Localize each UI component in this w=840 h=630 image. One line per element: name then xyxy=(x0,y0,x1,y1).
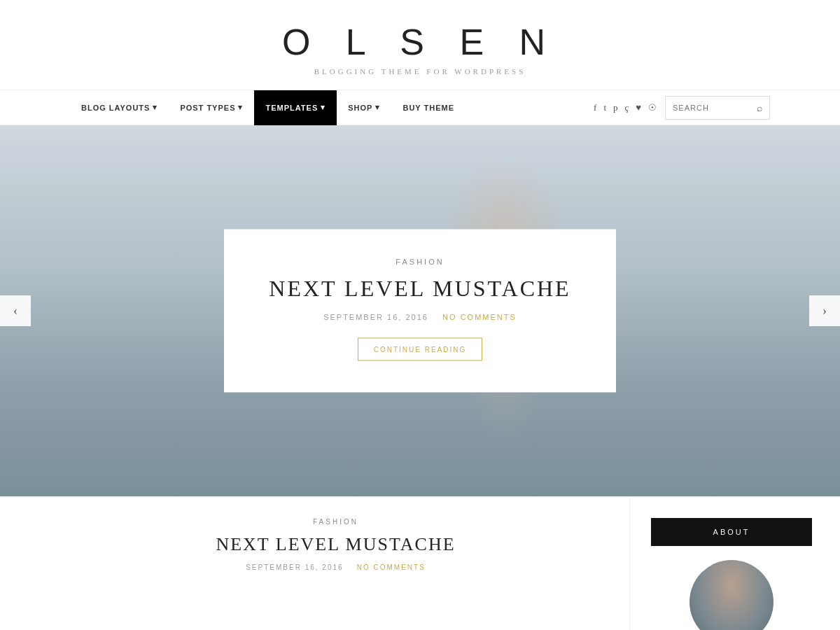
site-title: O L S E N xyxy=(14,21,826,63)
chevron-down-icon: ▾ xyxy=(375,103,380,112)
avatar-image xyxy=(690,560,774,630)
slider-prev-button[interactable]: ‹ xyxy=(0,295,31,326)
post-date: SEPTEMBER 16, 2016 xyxy=(246,564,343,571)
nav-templates[interactable]: TEMPLATES ▾ xyxy=(254,90,337,125)
continue-reading-button[interactable]: CONTINUE READING xyxy=(358,338,483,361)
about-widget-title: ABOUT xyxy=(651,518,812,546)
hero-title: NEXT LEVEL MUSTACHE xyxy=(266,276,574,302)
nav-right: f t p ç ♥ ☉ ⌕ xyxy=(594,96,770,120)
main-nav: BLOG LAYOUTS ▾ POST TYPES ▾ TEMPLATES ▾ … xyxy=(0,90,840,125)
hero-comments-link[interactable]: NO COMMENTS xyxy=(442,313,517,321)
nav-blog-layouts[interactable]: BLOG LAYOUTS ▾ xyxy=(70,90,169,125)
nav-links: BLOG LAYOUTS ▾ POST TYPES ▾ TEMPLATES ▾ … xyxy=(70,90,465,125)
nav-buy-theme[interactable]: BUY THEME xyxy=(391,90,465,125)
sidebar: ABOUT xyxy=(630,497,840,630)
post-meta: SEPTEMBER 16, 2016 NO COMMENTS xyxy=(70,564,601,571)
hero-date: SEPTEMBER 16, 2016 xyxy=(323,313,428,321)
search-button[interactable]: ⌕ xyxy=(757,102,762,113)
chevron-down-icon: ▾ xyxy=(238,103,243,112)
main-content: FASHION NEXT LEVEL MUSTACHE SEPTEMBER 16… xyxy=(0,497,630,630)
heart-icon[interactable]: ♥ xyxy=(636,102,641,113)
hero-card: FASHION NEXT LEVEL MUSTACHE SEPTEMBER 16… xyxy=(224,230,616,393)
hero-slider: FASHION NEXT LEVEL MUSTACHE SEPTEMBER 16… xyxy=(0,125,840,496)
post-comments-link[interactable]: NO COMMENTS xyxy=(357,564,426,571)
pinterest-icon[interactable]: p xyxy=(613,102,618,113)
hero-category: FASHION xyxy=(266,258,574,266)
social-icons: f t p ç ♥ ☉ xyxy=(594,102,657,113)
site-tagline: BLOGGING THEME FOR WORDPRESS xyxy=(14,67,826,76)
about-avatar xyxy=(690,560,774,630)
post-title[interactable]: NEXT LEVEL MUSTACHE xyxy=(70,534,601,555)
nav-post-types[interactable]: POST TYPES ▾ xyxy=(169,90,254,125)
search-input[interactable] xyxy=(673,104,757,112)
twitter-icon[interactable]: t xyxy=(603,102,606,113)
search-box: ⌕ xyxy=(665,96,770,120)
post-category: FASHION xyxy=(70,518,601,526)
facebook-icon[interactable]: f xyxy=(594,102,596,113)
nav-shop[interactable]: SHOP ▾ xyxy=(337,90,391,125)
rss-icon[interactable]: ☉ xyxy=(648,102,657,113)
slider-next-button[interactable]: › xyxy=(809,295,840,326)
about-widget: ABOUT xyxy=(651,518,812,630)
post-card: FASHION NEXT LEVEL MUSTACHE SEPTEMBER 16… xyxy=(70,518,601,592)
chevron-down-icon: ▾ xyxy=(153,103,158,112)
instagram-icon[interactable]: ç xyxy=(625,102,629,113)
site-header: O L S E N BLOGGING THEME FOR WORDPRESS xyxy=(0,0,840,90)
hero-meta: SEPTEMBER 16, 2016 NO COMMENTS xyxy=(266,313,574,321)
content-area: FASHION NEXT LEVEL MUSTACHE SEPTEMBER 16… xyxy=(0,496,840,630)
chevron-down-icon: ▾ xyxy=(321,103,326,112)
